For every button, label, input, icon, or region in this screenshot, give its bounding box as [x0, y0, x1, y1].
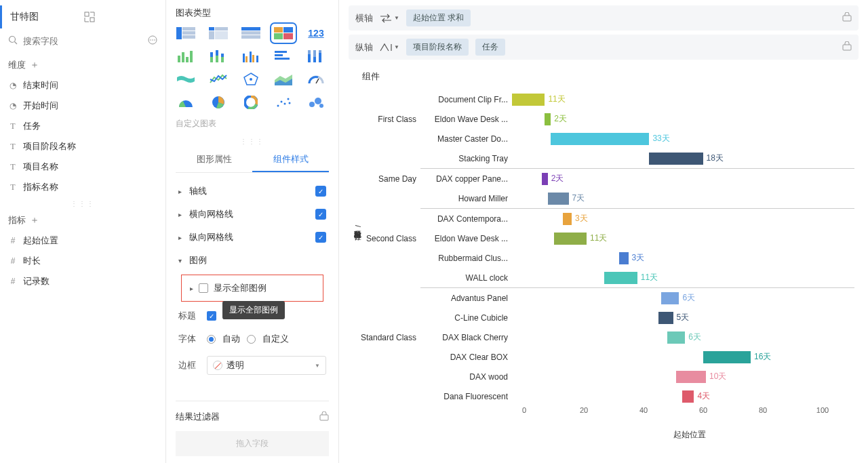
vgrid-toggle[interactable] — [315, 232, 326, 243]
svg-rect-28 — [210, 57, 213, 62]
gantt-bar[interactable] — [658, 312, 673, 324]
chart-type-percent-column-icon[interactable] — [306, 49, 326, 64]
field-item[interactable]: 项目名称 — [8, 157, 157, 177]
field-item[interactable]: 开始时间 — [8, 96, 157, 116]
font-custom-radio[interactable] — [247, 335, 256, 344]
chart-type-detail-table-icon[interactable] — [241, 26, 261, 41]
T-icon — [8, 121, 18, 132]
chart-type-area-icon[interactable] — [273, 72, 294, 87]
view-header[interactable]: 甘特图 — [0, 5, 165, 28]
chart-type-bar-icon[interactable] — [273, 49, 294, 64]
bar-area: 4天 — [512, 386, 854, 406]
add-dimension-icon[interactable]: ＋ — [30, 59, 39, 71]
field-item[interactable]: 指标名称 — [8, 177, 157, 197]
tab-component-style[interactable]: 组件样式 — [252, 148, 329, 172]
bar-area: 11天 — [512, 228, 854, 248]
field-item[interactable]: 起始位置 — [8, 230, 157, 251]
gantt-bar[interactable] — [661, 292, 679, 304]
title-checkbox[interactable] — [207, 311, 216, 321]
v-axis-pill-1[interactable]: 项目阶段名称 — [406, 39, 469, 56]
field-item[interactable]: 时长 — [8, 251, 157, 271]
chart-type-partition-icon[interactable] — [273, 26, 294, 41]
bar-area: 3天 — [512, 209, 854, 228]
gantt-bar[interactable] — [649, 153, 703, 165]
left-panel: 甘特图 维度 ＋ 结束时间开始时间任务项目阶段名称项目名称指标名称 ⋮⋮⋮ 指标… — [0, 0, 166, 463]
gantt-bar[interactable] — [619, 252, 628, 264]
link-icon[interactable] — [319, 411, 329, 423]
style-axis-row[interactable]: ▸ 轴线 — [176, 180, 329, 203]
field-item[interactable]: 结束时间 — [8, 75, 157, 96]
gantt-bar[interactable] — [554, 233, 587, 245]
gantt-bar[interactable] — [682, 390, 694, 403]
field-item[interactable]: 记录数 — [8, 271, 157, 291]
chart-type-column-icon[interactable] — [176, 49, 196, 64]
hgrid-toggle[interactable] — [315, 209, 326, 220]
svg-rect-8 — [176, 27, 182, 39]
style-legend-row[interactable]: ▾ 图例 — [176, 249, 329, 272]
field-item[interactable]: 任务 — [8, 116, 157, 136]
caret-right-icon: ▸ — [190, 285, 193, 292]
chart-type-scatter-icon[interactable] — [273, 95, 294, 110]
add-measure-icon[interactable]: ＋ — [30, 214, 39, 226]
style-hgrid-row[interactable]: ▸ 横向网格线 — [176, 203, 329, 226]
chart-type-multi-column-icon[interactable] — [241, 49, 261, 64]
search-input[interactable] — [23, 36, 142, 46]
chart-type-pie-icon[interactable] — [208, 95, 229, 110]
style-vgrid-label: 纵向网格线 — [189, 231, 311, 243]
chart-type-donut-icon[interactable] — [241, 95, 261, 110]
tab-graphic-properties[interactable]: 图形属性 — [176, 148, 252, 172]
h-axis-lock-icon[interactable] — [842, 12, 852, 24]
gantt-bar[interactable] — [667, 331, 685, 344]
font-auto-radio[interactable] — [207, 335, 216, 344]
style-vgrid-row[interactable]: ▸ 纵向网格线 — [176, 226, 329, 249]
chart-type-line-icon[interactable] — [208, 72, 229, 87]
svg-line-49 — [316, 79, 319, 83]
chart-type-area-stream-icon[interactable] — [176, 72, 196, 87]
gantt-bar[interactable] — [512, 94, 545, 106]
gantt-bar[interactable] — [676, 371, 706, 383]
bar-value-label: 7天 — [572, 193, 585, 204]
gantt-bar[interactable] — [548, 193, 569, 205]
T-icon — [8, 142, 18, 152]
h-axis-swap-icon[interactable]: ▼ — [380, 14, 399, 23]
chart-type-semi-pie-icon[interactable] — [176, 95, 196, 110]
border-select[interactable]: 透明 ▼ — [207, 356, 326, 375]
chevron-down-icon: ▼ — [315, 363, 320, 369]
svg-rect-17 — [241, 31, 260, 35]
search-more-icon[interactable] — [148, 35, 157, 47]
filter-drop-zone[interactable]: 拖入字段 — [176, 431, 329, 456]
view-switch-icon[interactable] — [84, 12, 158, 22]
dimensions-list: 结束时间开始时间任务项目阶段名称项目名称指标名称 — [0, 75, 165, 197]
bar-value-label: 10天 — [709, 371, 726, 382]
legend-show-all-row[interactable]: ▸ 显示全部图例 显示全部图例 — [181, 275, 323, 302]
show-all-legend-checkbox[interactable] — [199, 283, 208, 293]
gantt-bar[interactable] — [545, 113, 551, 125]
axis-toggle[interactable] — [315, 186, 326, 197]
gantt-bar[interactable] — [604, 272, 637, 284]
chart-type-gauge-icon[interactable] — [306, 72, 326, 87]
h-axis-pill[interactable]: 起始位置 求和 — [406, 9, 471, 26]
v-axis-lock-icon[interactable] — [842, 41, 852, 53]
gantt-bar[interactable] — [551, 133, 649, 145]
chart-type-kpi-icon[interactable]: 123 — [306, 26, 326, 41]
mid-resize-handle[interactable]: ⋮⋮⋮ — [176, 135, 329, 148]
v-axis-pill-2[interactable]: 任务 — [475, 39, 505, 56]
panel-resize-handle[interactable]: ⋮⋮⋮ — [0, 197, 165, 210]
chart-type-stacked-column-icon[interactable] — [208, 49, 229, 64]
svg-rect-35 — [250, 52, 252, 62]
gantt-bar[interactable] — [563, 213, 572, 225]
border-config-row: 边框 透明 ▼ — [176, 350, 329, 380]
chart-type-polygon-icon[interactable] — [241, 72, 261, 87]
svg-rect-23 — [178, 56, 180, 62]
field-item[interactable]: 项目阶段名称 — [8, 136, 157, 157]
gantt-bar[interactable] — [542, 173, 548, 185]
v-axis-sort-icon[interactable]: ▼ — [380, 43, 399, 52]
svg-point-2 — [9, 37, 16, 43]
chart-type-bubble-icon[interactable] — [306, 95, 326, 110]
gantt-bar[interactable] — [703, 351, 751, 363]
chart-type-cross-table-icon[interactable] — [208, 26, 229, 41]
chart-type-group-table-icon[interactable] — [176, 26, 196, 41]
svg-point-53 — [281, 101, 283, 103]
svg-rect-1 — [90, 18, 94, 22]
field-label: 记录数 — [23, 275, 50, 287]
